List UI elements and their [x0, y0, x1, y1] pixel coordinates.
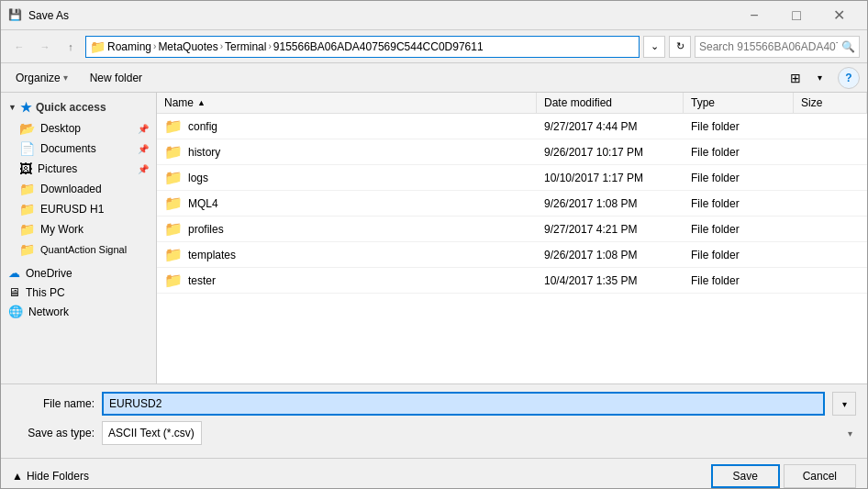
network-icon: 🌐 — [8, 305, 23, 318]
search-box[interactable]: 🔍 — [695, 36, 860, 58]
toolbar: Organize ▾ New folder ⊞ ▾ ? — [1, 63, 867, 93]
up-button[interactable]: ↑ — [60, 36, 82, 58]
filename-input[interactable] — [102, 392, 825, 416]
header-type[interactable]: Type — [684, 93, 794, 113]
documents-folder-icon: 📄 — [19, 141, 35, 156]
file-name-cell: 📁 tester — [157, 268, 537, 293]
sidebar-item-quantaction[interactable]: 📁 QuantAction Signal — [1, 239, 156, 260]
close-button[interactable]: ✕ — [818, 1, 860, 30]
sidebar-item-downloaded[interactable]: 📁 Downloaded — [1, 179, 156, 199]
hide-folders-button[interactable]: ▲ Hide Folders — [12, 470, 89, 483]
sidebar-item-mywork[interactable]: 📁 My Work — [1, 219, 156, 239]
file-type-cell: File folder — [684, 139, 794, 164]
table-row[interactable]: 📁 config 9/27/2017 4:44 PM File folder — [157, 114, 867, 139]
file-date-cell: 9/26/2017 1:08 PM — [537, 191, 684, 216]
address-bar: ← → ↑ 📁 Roaming › MetaQuotes › Terminal … — [1, 30, 867, 63]
maximize-button[interactable]: □ — [775, 1, 818, 30]
file-size-cell — [794, 114, 867, 139]
table-row[interactable]: 📁 tester 10/4/2017 1:35 PM File folder — [157, 268, 867, 294]
header-date[interactable]: Date modified — [537, 93, 684, 113]
sidebar-item-thispc[interactable]: 🖥 This PC — [1, 283, 156, 302]
file-type: File folder — [691, 223, 740, 236]
hide-folders-arrow-icon: ▲ — [12, 470, 23, 483]
filename-row: File name: ▾ — [12, 392, 856, 416]
filename-dropdown-button[interactable]: ▾ — [832, 392, 856, 416]
search-input[interactable] — [699, 40, 838, 53]
forward-button[interactable]: → — [34, 36, 56, 58]
back-button[interactable]: ← — [8, 36, 30, 58]
file-type: File folder — [691, 146, 740, 159]
file-date: 9/26/2017 1:08 PM — [544, 249, 637, 261]
path-segment-id: 915566BA06ADA407569C544CC0D97611 — [273, 40, 484, 53]
file-date-cell: 10/4/2017 1:35 PM — [537, 268, 684, 293]
quick-access-header[interactable]: ▼ ★ Quick access — [1, 96, 156, 118]
path-segment-metaquotes: MetaQuotes › — [158, 40, 223, 53]
sidebar-item-onedrive[interactable]: ☁ OneDrive — [1, 263, 156, 283]
quick-access-arrow: ▼ — [8, 103, 17, 112]
table-row[interactable]: 📁 templates 9/26/2017 1:08 PM File folde… — [157, 242, 867, 268]
minimize-button[interactable]: − — [733, 1, 775, 30]
new-folder-button[interactable]: New folder — [83, 70, 150, 86]
sidebar-item-eurusd[interactable]: 📁 EURUSD H1 — [1, 199, 156, 219]
title-bar-text: Save As — [28, 9, 733, 22]
sidebar-item-desktop[interactable]: 📂 Desktop 📌 — [1, 118, 156, 139]
file-date-cell: 9/27/2017 4:21 PM — [537, 217, 684, 241]
file-type: File folder — [691, 249, 740, 261]
quantaction-folder-icon: 📁 — [19, 242, 35, 257]
bottom-buttons: ▲ Hide Folders Save Cancel — [1, 458, 867, 488]
folder-icon: 📁 — [164, 117, 183, 135]
folder-icon: 📁 — [164, 169, 183, 186]
pictures-folder-icon: 🖼 — [19, 161, 32, 176]
view-dropdown-button[interactable]: ▾ — [808, 67, 830, 89]
file-date: 10/4/2017 1:35 PM — [544, 274, 637, 287]
title-bar-controls: − □ ✕ — [733, 1, 860, 30]
file-date-cell: 9/26/2017 1:08 PM — [537, 242, 684, 267]
main-content: ▼ ★ Quick access 📂 Desktop 📌 📄 Documents… — [1, 93, 867, 383]
file-type-cell: File folder — [684, 268, 794, 293]
address-path[interactable]: 📁 Roaming › MetaQuotes › Terminal › 9155… — [85, 36, 640, 58]
file-type-cell: File folder — [684, 242, 794, 267]
file-size-cell — [794, 139, 867, 164]
file-type: File folder — [691, 172, 740, 184]
organize-chevron: ▾ — [63, 72, 68, 83]
table-row[interactable]: 📁 history 9/26/2017 10:17 PM File folder — [157, 139, 867, 165]
sidebar-item-pictures[interactable]: 🖼 Pictures 📌 — [1, 159, 156, 179]
sidebar-item-network[interactable]: 🌐 Network — [1, 302, 156, 321]
folder-icon: 📁 — [164, 220, 183, 238]
view-controls: ⊞ ▾ — [785, 67, 830, 89]
view-options-button[interactable]: ⊞ — [785, 67, 807, 89]
downloaded-folder-icon: 📁 — [19, 182, 35, 196]
cancel-button[interactable]: Cancel — [784, 464, 856, 488]
save-button[interactable]: Save — [711, 464, 780, 488]
file-name: history — [188, 146, 220, 159]
path-segment-terminal: Terminal › — [225, 40, 272, 53]
organize-button[interactable]: Organize ▾ — [8, 70, 75, 86]
table-row[interactable]: 📁 logs 10/10/2017 1:17 PM File folder — [157, 165, 867, 191]
dropdown-button[interactable]: ⌄ — [643, 36, 665, 58]
file-date: 9/27/2017 4:21 PM — [544, 223, 637, 236]
file-name: tester — [188, 274, 216, 287]
file-date: 10/10/2017 1:17 PM — [544, 172, 643, 184]
file-size-cell — [794, 242, 867, 267]
file-name-cell: 📁 templates — [157, 242, 537, 267]
header-size[interactable]: Size — [794, 93, 867, 113]
file-name-cell: 📁 config — [157, 114, 537, 139]
search-icon: 🔍 — [841, 40, 855, 53]
savetype-select[interactable]: ASCII Text (*.csv) — [102, 421, 202, 445]
table-row[interactable]: 📁 MQL4 9/26/2017 1:08 PM File folder — [157, 191, 867, 217]
table-row[interactable]: 📁 profiles 9/27/2017 4:21 PM File folder — [157, 217, 867, 242]
file-size-cell — [794, 268, 867, 293]
file-date-cell: 10/10/2017 1:17 PM — [537, 165, 684, 190]
sidebar-item-documents[interactable]: 📄 Documents 📌 — [1, 139, 156, 159]
path-folder-icon: 📁 — [90, 39, 106, 54]
file-type-cell: File folder — [684, 114, 794, 139]
refresh-button[interactable]: ↻ — [669, 36, 691, 58]
savetype-wrapper: ASCII Text (*.csv) ▾ — [102, 421, 856, 445]
help-button[interactable]: ? — [838, 67, 860, 89]
file-date: 9/26/2017 1:08 PM — [544, 197, 637, 210]
savetype-row: Save as type: ASCII Text (*.csv) ▾ — [12, 421, 856, 445]
sidebar: ▼ ★ Quick access 📂 Desktop 📌 📄 Documents… — [1, 93, 157, 383]
file-date: 9/26/2017 10:17 PM — [544, 146, 643, 159]
bottom-form: File name: ▾ Save as type: ASCII Text (*… — [1, 383, 867, 458]
header-name[interactable]: Name ▲ — [157, 93, 537, 113]
